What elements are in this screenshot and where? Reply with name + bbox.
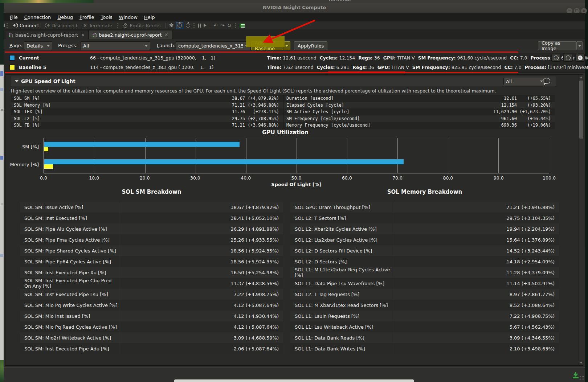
tab-base2-report[interactable]: base2.nsight-cuprof-report × <box>89 30 172 39</box>
toolbar-grip[interactable] <box>235 23 236 28</box>
zoom-in-button[interactable]: + <box>551 54 561 62</box>
apply-rules-button[interactable]: Apply Rules <box>294 41 327 50</box>
table-row[interactable]: SM Frequency [cycle/usecond] 961.60 (+16… <box>283 115 555 122</box>
copy-as-image-menu-button[interactable] <box>576 41 583 50</box>
titlebar[interactable]: NVIDIA Nsight Compute − □ × <box>4 3 585 13</box>
current-kernel-row[interactable]: Current 66 - compute_tendencies_x_315_gp… <box>5 53 557 63</box>
screen: Terminal NVIDIA Nsight Compute − □ × Fil… <box>0 0 588 382</box>
freeze-api-icon[interactable]: ✻ <box>169 23 174 28</box>
chevron-down-icon <box>245 45 248 47</box>
table-row[interactable]: SOL SM: Mio Pq Read Cycles Active [%] 4.… <box>20 321 283 332</box>
current-color-swatch <box>9 55 15 61</box>
table-row[interactable]: SOL SM: Pipe Shared Cycles Active [%] 18… <box>20 245 283 256</box>
add-baseline-menu-button[interactable] <box>283 41 290 50</box>
process-select[interactable]: All <box>81 41 150 50</box>
table-row[interactable]: SOL L2: T Tag Requests [%] 8.97 (+2,861.… <box>290 289 559 300</box>
connect-button[interactable]: Connect <box>11 23 41 28</box>
table-row[interactable]: SOL L2: T Sectors [%] 29.75 (+3,104.35%) <box>290 213 559 223</box>
table-row[interactable]: SOL SM: Pipe Fma Cycles Active [%] 25.26… <box>20 234 283 245</box>
log-console-icon[interactable] <box>240 24 245 28</box>
section-filter-select[interactable]: All <box>503 78 546 85</box>
resume-icon[interactable]: ↷ <box>220 23 225 28</box>
zoom-out-button[interactable]: − <box>563 54 573 62</box>
table-row[interactable]: SOL L1: Data Pipe Lsu Wavefronts [%] 11.… <box>290 278 559 289</box>
disconnect-button[interactable]: Disconnect <box>43 23 79 28</box>
collapse-icon[interactable] <box>15 80 19 82</box>
table-row[interactable]: SOL SM: Issue Active [%] 38.67 (+4,879.9… <box>20 202 283 213</box>
table-row[interactable]: SOL L1: Lsuin Requests [%] 7.22 (+4,908.… <box>290 311 559 321</box>
step-icon[interactable] <box>204 24 207 27</box>
toolbar-grip[interactable] <box>193 23 195 28</box>
resize-grip[interactable] <box>580 376 584 379</box>
table-row[interactable]: SOL SM: Inst Executed Pipe Cbu Pred On A… <box>20 278 283 289</box>
toolbar-grip[interactable] <box>117 23 118 28</box>
resume-back-icon[interactable]: ↶ <box>213 23 218 28</box>
table-row[interactable]: SOL SM: Inst Executed Pipe Lsu [%] 7.22 … <box>20 289 283 300</box>
table-row[interactable]: SOL L1: Data Bank Writes [%] 2.10 (+3,49… <box>290 343 559 354</box>
table-row[interactable]: SOL L2: D Sectors Fill Device [%] 14.52 … <box>290 245 559 256</box>
tab-base1-report[interactable]: base1.nsight-cuprof-report × <box>5 30 89 39</box>
table-row[interactable]: SM Active Cycles [cycle] 11,629.90 (+1,6… <box>283 108 555 115</box>
menu-item[interactable]: Tools <box>98 14 116 21</box>
table-row[interactable]: SOL GPU: Dram Throughput [%] 71.21 (+3,9… <box>290 202 559 213</box>
table-row[interactable]: SOL L2 [%] 29.75 (+2,708.95%) <box>11 115 283 122</box>
menu-item[interactable]: Connection <box>21 14 54 21</box>
table-row[interactable]: SOL Memory [%] 71.21 (+3,946.88%) <box>11 102 283 109</box>
table-row[interactable]: SOL L1: Data Bank Reads [%] 3.09 (+4,346… <box>290 332 559 343</box>
table-row[interactable]: Elapsed Cycles [cycle] 12,154 (+93.20%) <box>283 102 555 109</box>
tab-close-icon[interactable]: × <box>80 32 85 37</box>
rerun-icon[interactable]: ↻ <box>227 23 232 28</box>
table-row[interactable]: SOL L1: Lsu Writeback Active [%] 5.67 (+… <box>290 321 559 332</box>
scrollbar-thumb[interactable] <box>579 81 583 139</box>
table-row[interactable]: SOL SM: Mio Pq Write Cycles Active [%] 4… <box>20 300 283 311</box>
bar-current[interactable] <box>44 159 404 164</box>
table-row[interactable]: SOL L1: M Xbar2l1tex Read Sectors [%] 8.… <box>290 300 559 311</box>
kernel-stat: GPU: TITAN V <box>383 55 415 61</box>
section-header-gpu-sol[interactable]: GPU Speed Of Light All <box>11 77 556 86</box>
bar-baseline[interactable] <box>44 147 48 151</box>
bar-baseline[interactable] <box>44 164 53 169</box>
scroll-up-icon[interactable]: ▲ <box>579 75 583 80</box>
table-row[interactable]: SOL FB [%] 71.21 (+3,946.88%) <box>11 122 283 129</box>
clock-edit-icon[interactable] <box>186 23 190 28</box>
profile-kernel-button[interactable]: Profile Kernel <box>122 23 162 28</box>
baseline5-kernel-row[interactable]: Baseline 5 114 - compute_tendencies_z_38… <box>5 63 557 72</box>
table-row[interactable]: SOL SM: Mio Inst Issued [%] 4.12 (+4,930… <box>20 311 283 321</box>
copy-as-image-button[interactable]: Copy as Image <box>538 41 576 50</box>
menu-item[interactable]: Profile <box>76 14 97 21</box>
menu-item[interactable]: Debug <box>54 14 76 21</box>
profiler-clock-active[interactable] <box>176 22 183 29</box>
table-row[interactable]: Duration [usecond] 12.61 (+65.55%) <box>283 95 555 102</box>
table-row[interactable]: SOL L2: Xbar2lts Cycles Active [%] 19.94… <box>290 223 559 234</box>
download-report-icon[interactable] <box>571 371 580 379</box>
table-row[interactable]: SOL L1: M L1tex2xbar Req Cycles Active [… <box>290 267 559 278</box>
comment-bubble-icon[interactable] <box>543 78 550 84</box>
table-row[interactable]: SOL SM: Pipe Fp64 Cycles Active [%] 18.5… <box>20 256 283 267</box>
current-stats: Time: 12.61 usecond Cycles: 12,154 Regs:… <box>267 55 588 61</box>
bar-current[interactable] <box>44 142 240 147</box>
menu-item[interactable]: File <box>7 14 21 21</box>
table-row[interactable]: SOL SM: Inst Executed Pipe Adu [%] 2.06 … <box>20 343 283 354</box>
pause-icon[interactable] <box>198 24 201 28</box>
scroll-down-icon[interactable]: ▼ <box>579 360 583 365</box>
add-baseline-button[interactable]: Add Baseline <box>251 41 283 50</box>
table-row[interactable]: SOL SM: Mio2rf Writeback Active [%] 3.09… <box>20 332 283 343</box>
tab-close-icon[interactable]: × <box>164 32 168 37</box>
toolbar-grip[interactable] <box>7 23 8 28</box>
table-row[interactable]: SOL L2: D Sectors [%] 14.18 (+2,954.09%) <box>290 256 559 267</box>
terminate-button[interactable]: ✕ Terminate <box>82 23 114 28</box>
vertical-scrollbar[interactable]: ▲ ▼ <box>579 75 583 365</box>
table-row[interactable]: SOL SM [%] 38.67 (+4,879.92%) <box>11 95 283 102</box>
table-row[interactable]: SOL SM: Inst Executed [%] 38.41 (+5,052.… <box>20 213 283 223</box>
launch-select[interactable]: compute_tendencies_x_315_gpu <box>176 41 250 50</box>
table-row[interactable]: SOL L2: Lts2xbar Cycles Active [%] 15.64… <box>290 234 559 245</box>
table-row[interactable]: SOL SM: Pipe Alu Cycles Active [%] 26.29… <box>20 223 283 234</box>
gpu-utilization-chart[interactable] <box>44 138 549 173</box>
menu-item[interactable]: Window <box>116 14 141 21</box>
menu-item[interactable]: Help <box>141 14 158 21</box>
table-row[interactable]: Memory Frequency [cycle/usecond] 690.36 … <box>283 122 555 129</box>
table-row[interactable]: SOL SM: Inst Executed Pipe Xu [%] 16.50 … <box>20 267 283 278</box>
page-select[interactable]: Details <box>24 41 52 50</box>
info-button[interactable]: i <box>575 54 585 62</box>
table-row[interactable]: SOL TEX [%] 11.76 (+278.11%) <box>11 108 283 115</box>
